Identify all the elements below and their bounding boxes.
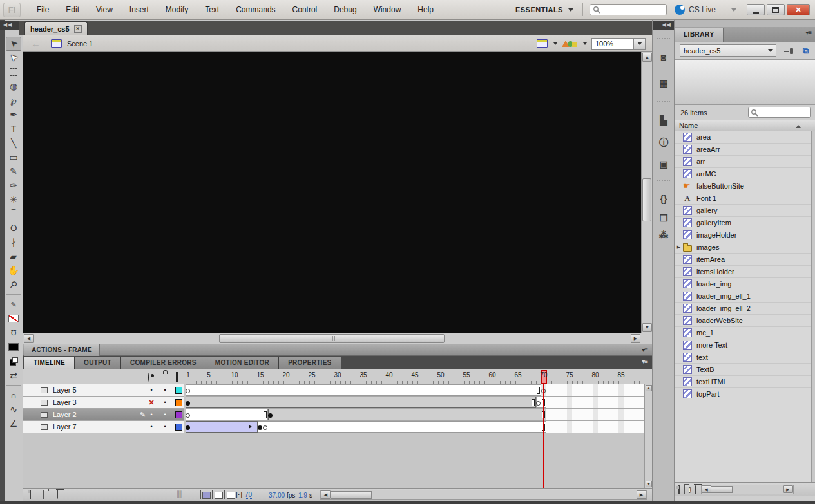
layer-frames-row[interactable]: [186, 409, 644, 421]
layer-row-layer-7[interactable]: Layer 7••: [23, 421, 184, 433]
hand-tool[interactable]: ✋: [6, 263, 21, 277]
stage-canvas[interactable]: [23, 52, 641, 333]
collapse-right-dock-button[interactable]: ◀◀: [653, 21, 675, 30]
library-item[interactable]: areaArr: [675, 144, 811, 156]
drag-handle-icon[interactable]: [657, 38, 670, 41]
tab-output[interactable]: OUTPUT: [75, 357, 121, 369]
menu-debug[interactable]: Debug: [325, 2, 365, 17]
layer-visibility-toggle[interactable]: •: [147, 411, 156, 418]
swatches-panel-icon[interactable]: ▦: [657, 77, 670, 89]
lasso-tool[interactable]: ℘: [6, 93, 21, 107]
library-item[interactable]: galleryItem: [675, 217, 811, 229]
layer-row-layer-2[interactable]: Layer 2✎••: [23, 409, 184, 421]
onion-skin-outlines-button[interactable]: [212, 490, 213, 498]
3d-rotation-tool[interactable]: ◍: [6, 79, 21, 93]
layer-outline-color-swatch[interactable]: [175, 387, 182, 394]
library-item[interactable]: loader_img_ell_1: [675, 290, 811, 303]
tab-motion-editor[interactable]: MOTION EDITOR: [206, 357, 279, 369]
menu-commands[interactable]: Commands: [227, 2, 283, 17]
layer-frames-row[interactable]: [186, 421, 644, 433]
frame-end-marker[interactable]: [264, 411, 267, 418]
layer-outline-color-swatch[interactable]: [175, 399, 182, 406]
layer-frames-row[interactable]: [186, 384, 644, 397]
library-item-list[interactable]: areaareaArrarrarrMCfalseButtonSiteFont 1…: [675, 131, 811, 482]
eraser-tool[interactable]: ▰: [6, 249, 21, 263]
workspace-switcher[interactable]: ESSENTIALS: [513, 6, 576, 14]
menu-help[interactable]: Help: [409, 2, 442, 17]
menu-window[interactable]: Window: [365, 2, 410, 17]
menu-insert[interactable]: Insert: [121, 2, 157, 17]
vertical-scroll-thumb[interactable]: [642, 178, 651, 221]
components-panel-icon[interactable]: ❒: [657, 212, 670, 225]
frame-end-marker[interactable]: [532, 399, 535, 406]
empty-frame-span[interactable]: [186, 384, 541, 396]
library-item[interactable]: loader_img_ell_2: [675, 303, 811, 315]
motion-presets-panel-icon[interactable]: ⁂: [657, 229, 670, 241]
transform-panel-icon[interactable]: ▣: [657, 158, 670, 171]
app-search-box[interactable]: [590, 4, 667, 15]
back-arrow-icon[interactable]: ←: [31, 38, 41, 49]
keyframe-marker[interactable]: [268, 413, 273, 418]
cs-live-button[interactable]: CS Live: [675, 5, 736, 15]
static-frame-span[interactable]: [186, 397, 536, 408]
library-item[interactable]: textHTML: [675, 376, 811, 388]
current-frame-value[interactable]: 70: [245, 491, 252, 499]
text-tool[interactable]: T: [6, 122, 21, 136]
subselection-tool[interactable]: ➤: [6, 51, 21, 65]
collapse-left-dock-button[interactable]: ◀◀: [0, 21, 19, 30]
stage-vertical-scrollbar[interactable]: ▲ ▼: [641, 52, 652, 333]
library-search-input[interactable]: [760, 109, 810, 117]
empty-frame-span[interactable]: [258, 421, 546, 433]
library-item[interactable]: gallery: [675, 205, 811, 217]
library-item[interactable]: falseButtonSite: [675, 180, 811, 192]
edit-symbols-icon[interactable]: [562, 41, 577, 47]
stroke-color-swatch[interactable]: [6, 312, 21, 326]
menu-edit[interactable]: Edit: [57, 2, 88, 17]
eyedropper-tool[interactable]: ∤: [6, 235, 21, 249]
library-item[interactable]: loaderWebSite: [675, 315, 811, 327]
chevron-down-icon[interactable]: [731, 8, 736, 12]
layer-visibility-toggle[interactable]: •: [147, 424, 156, 430]
pencil-tool[interactable]: ✎: [6, 164, 21, 178]
layer-row-layer-5[interactable]: Layer 5••: [23, 384, 184, 397]
horizontal-scroll-thumb[interactable]: [331, 491, 372, 499]
snap-to-objects-toggle[interactable]: ∩: [6, 388, 21, 402]
brush-tool[interactable]: ✑: [6, 178, 21, 192]
close-document-icon[interactable]: ✕: [74, 25, 82, 33]
empty-keyframe-marker[interactable]: [186, 413, 190, 418]
library-document-select[interactable]: header_cs5: [680, 44, 776, 57]
layer-visibility-toggle[interactable]: ✕: [147, 398, 156, 407]
free-transform-tool[interactable]: [6, 65, 21, 79]
actions-panel-bar[interactable]: ACTIONS - FRAME ▾≡: [23, 344, 652, 356]
timeline-horizontal-scrollbar[interactable]: ◀ ▶: [320, 490, 647, 500]
scroll-down-button[interactable]: ▼: [646, 481, 652, 487]
layer-lock-toggle[interactable]: •: [160, 399, 169, 406]
new-folder-button[interactable]: [684, 486, 685, 494]
library-scrollbar-track[interactable]: [811, 131, 815, 482]
scroll-up-button[interactable]: ▲: [646, 385, 652, 391]
menu-view[interactable]: View: [88, 2, 121, 17]
outline-all-layers-icon[interactable]: [176, 373, 178, 381]
default-colors-button[interactable]: [6, 354, 21, 368]
library-item[interactable]: ▶images: [675, 241, 811, 254]
selection-tool[interactable]: ➤: [6, 37, 21, 51]
library-item[interactable]: Font 1: [675, 192, 811, 205]
frame-rate-value[interactable]: 37.00fps: [269, 491, 295, 499]
fill-color-control[interactable]: ℧: [6, 326, 21, 340]
document-tab[interactable]: header_cs5 ✕: [24, 21, 88, 35]
keyframe-marker[interactable]: [258, 425, 262, 430]
static-frame-span[interactable]: [268, 409, 546, 420]
layer-lock-toggle[interactable]: •: [160, 411, 169, 418]
column-divider[interactable]: [805, 120, 805, 131]
item-properties-button[interactable]: i: [689, 485, 691, 494]
delete-item-button[interactable]: [695, 486, 696, 494]
library-item[interactable]: imageHolder: [675, 229, 811, 241]
library-item[interactable]: area: [675, 131, 811, 144]
panel-menu-icon[interactable]: ▾≡: [642, 346, 647, 353]
drag-handle-icon[interactable]: [657, 101, 670, 104]
sort-ascending-icon[interactable]: [796, 125, 801, 128]
layer-outline-color-swatch[interactable]: [175, 411, 182, 418]
menu-modify[interactable]: Modify: [157, 2, 197, 17]
library-item[interactable]: arr: [675, 156, 811, 168]
scroll-left-button[interactable]: ◀: [702, 485, 711, 493]
